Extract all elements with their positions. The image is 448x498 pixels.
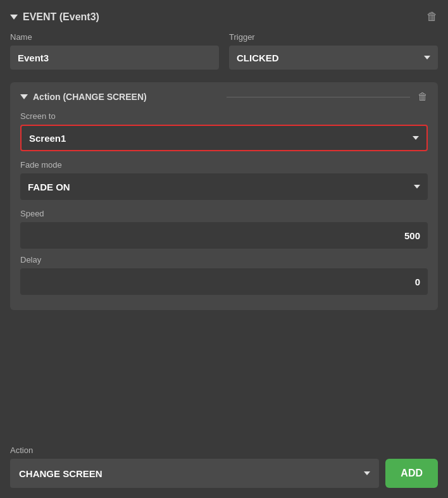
fade-mode-select[interactable]: FADE ON: [20, 173, 428, 200]
fade-mode-label: Fade mode: [20, 160, 428, 170]
action-block: Action (CHANGE SCREEN) 🗑 Screen to Scree…: [10, 82, 438, 310]
event-fields-row: Name Trigger CLICKED: [10, 32, 438, 70]
event-header: EVENT (Event3) 🗑: [10, 10, 438, 23]
fade-mode-value: FADE ON: [28, 182, 70, 192]
screen-to-value: Screen1: [29, 133, 66, 144]
action-collapse-icon[interactable]: [20, 94, 28, 99]
screen-to-section: Screen to Screen1: [20, 111, 428, 151]
fade-mode-dropdown-icon: [414, 185, 420, 189]
screen-to-select[interactable]: Screen1: [20, 125, 428, 151]
bottom-select-row: CHANGE SCREEN ADD: [10, 459, 438, 488]
fade-mode-section: Fade mode FADE ON: [20, 160, 428, 200]
trigger-dropdown-icon: [424, 56, 430, 59]
event-title-row: EVENT (Event3): [10, 11, 99, 23]
action-delete-icon[interactable]: 🗑: [418, 91, 428, 103]
action-block-title: Action (CHANGE SCREEN): [33, 92, 216, 102]
delay-input[interactable]: 0: [20, 268, 428, 295]
delay-value: 0: [415, 277, 420, 287]
speed-section: Speed 500: [20, 209, 428, 249]
name-field-group: Name: [10, 32, 219, 70]
event-delete-icon[interactable]: 🗑: [426, 10, 438, 23]
event-collapse-icon[interactable]: [10, 15, 18, 20]
screen-to-label: Screen to: [20, 111, 428, 121]
bottom-action-select[interactable]: CHANGE SCREEN: [10, 459, 379, 488]
trigger-field-group: Trigger CLICKED: [229, 32, 438, 70]
add-button[interactable]: ADD: [385, 459, 438, 488]
trigger-value: CLICKED: [237, 53, 279, 63]
bottom-action-value: CHANGE SCREEN: [19, 468, 103, 479]
name-label: Name: [10, 32, 219, 42]
speed-value: 500: [404, 230, 420, 241]
main-panel: EVENT (Event3) 🗑 Name Trigger CLICKED Ac…: [0, 0, 448, 498]
trigger-label: Trigger: [229, 32, 438, 42]
delay-section: Delay 0: [20, 255, 428, 295]
event-name-input[interactable]: [10, 46, 219, 70]
speed-input[interactable]: 500: [20, 222, 428, 249]
event-title: EVENT (Event3): [23, 11, 99, 23]
speed-label: Speed: [20, 209, 428, 218]
action-block-header: Action (CHANGE SCREEN) 🗑: [20, 91, 428, 103]
trigger-select[interactable]: CLICKED: [229, 46, 438, 70]
action-divider: [227, 97, 410, 97]
bottom-action-label: Action: [10, 445, 438, 455]
bottom-action-row: Action CHANGE SCREEN ADD: [10, 439, 438, 488]
screen-to-dropdown-icon: [413, 136, 419, 140]
bottom-action-dropdown-icon: [364, 471, 370, 475]
delay-label: Delay: [20, 255, 428, 265]
